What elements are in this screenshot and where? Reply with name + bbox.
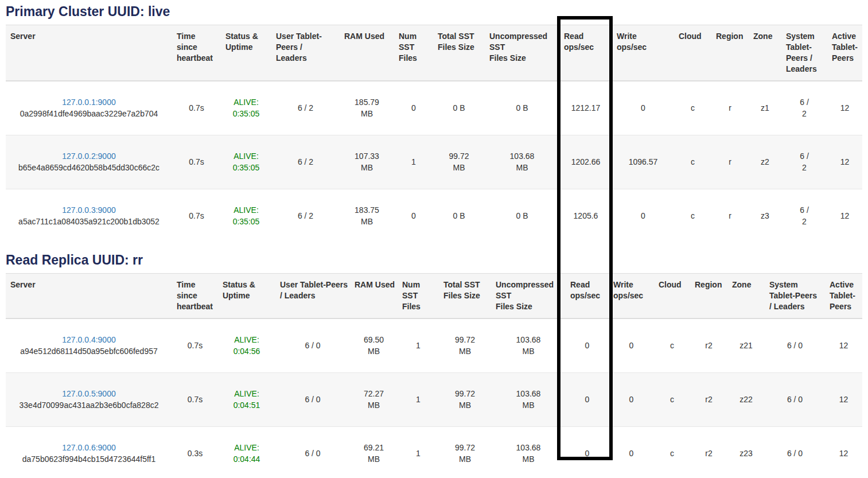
col-header-num-sst-files: NumSSTFiles: [398, 274, 439, 319]
col-header-total-sst-size: Total SSTFiles Size: [439, 274, 491, 319]
cell-status-uptime: ALIVE: 0:04:44: [218, 426, 275, 478]
server-link[interactable]: 127.0.0.1:9000: [62, 96, 115, 108]
cell-active-tablet-peers: 12: [825, 318, 862, 372]
server-uuid: da75b0623f994b4cb15d4723644f5ff1: [10, 453, 168, 465]
cell-status-uptime: ALIVE: 0:04:51: [218, 372, 275, 426]
cell-heartbeat: 0.7s: [172, 81, 221, 135]
table-row: 127.0.0.4:9000 a94e512d68114d50a95ebfc60…: [6, 318, 862, 372]
cell-server: 127.0.0.4:9000 a94e512d68114d50a95ebfc60…: [6, 318, 172, 372]
cell-zone: z23: [727, 426, 765, 478]
cell-read-ops: 0: [566, 372, 609, 426]
cell-region: r: [711, 189, 749, 243]
status-text: ALIVE:: [223, 442, 271, 453]
server-uuid: a94e512d68114d50a95ebfc606fed957: [10, 345, 168, 357]
cell-active-tablet-peers: 12: [827, 135, 862, 189]
cell-total-sst-size: 0 B: [433, 189, 485, 243]
status-text: ALIVE:: [225, 204, 267, 216]
status-text: ALIVE:: [223, 334, 271, 345]
col-header-cloud: Cloud: [674, 25, 711, 81]
cell-system-tablet-peers: 6 / 0: [765, 426, 825, 478]
server-link[interactable]: 127.0.0.3:9000: [62, 204, 115, 216]
cell-zone: z2: [749, 135, 781, 189]
col-header-status-uptime: Status &Uptime: [218, 274, 275, 319]
cell-heartbeat: 0.7s: [172, 372, 218, 426]
cell-server: 127.0.0.6:9000 da75b0623f994b4cb15d47236…: [6, 426, 172, 478]
cell-read-ops: 0: [566, 426, 609, 478]
col-header-server: Server: [6, 25, 172, 81]
server-uuid: 33e4d70099ac431aa2b3e6b0cfa828c2: [10, 399, 168, 411]
cell-system-tablet-peers: 6 / 0: [765, 318, 825, 372]
cell-ram-used: 69.21 MB: [350, 426, 398, 478]
cell-write-ops: 0: [609, 372, 654, 426]
cell-cloud: c: [654, 426, 690, 478]
status-text: ALIVE:: [223, 388, 271, 399]
server-uuid: a5ac711c1a084035a921c200b1db3052: [10, 216, 168, 227]
col-header-server: Server: [6, 274, 172, 319]
cell-zone: z21: [727, 318, 765, 372]
col-header-region: Region: [711, 25, 749, 81]
cell-active-tablet-peers: 12: [825, 426, 862, 478]
col-header-zone: Zone: [727, 274, 765, 319]
cell-status-uptime: ALIVE: 0:35:05: [221, 189, 271, 243]
col-header-write-ops: Writeops/sec: [612, 25, 674, 81]
cell-user-tablet-peers: 6 / 2: [271, 135, 340, 189]
primary-cluster-table: Server Timesinceheartbeat Status &Uptime…: [6, 25, 862, 243]
cell-uncompressed-sst-size: 103.68 MB: [485, 135, 559, 189]
cell-read-ops: 1202.66: [559, 135, 612, 189]
server-link[interactable]: 127.0.0.5:9000: [62, 388, 115, 399]
server-uuid: b65e4a8659cd4620b58b45dd30c66c2c: [10, 162, 168, 173]
cell-ram-used: 107.33 MB: [340, 135, 394, 189]
cell-cloud: c: [674, 81, 711, 135]
cell-system-tablet-peers: 6 / 2: [781, 135, 827, 189]
col-header-cloud: Cloud: [654, 274, 690, 319]
cell-zone: z1: [749, 81, 781, 135]
server-link[interactable]: 127.0.0.4:9000: [62, 334, 115, 345]
cell-status-uptime: ALIVE: 0:35:05: [221, 135, 271, 189]
cell-read-ops: 1212.17: [559, 81, 612, 135]
cell-read-ops: 1205.6: [559, 189, 612, 243]
cell-zone: z22: [727, 372, 765, 426]
uptime-text: 0:04:44: [223, 453, 271, 465]
col-header-read-ops: Readops/sec: [559, 25, 612, 81]
cell-ram-used: 183.75 MB: [340, 189, 394, 243]
cell-region: r: [711, 81, 749, 135]
col-header-system-tablet-peers: SystemTablet-Peers/ Leaders: [765, 274, 825, 319]
uptime-text: 0:04:51: [223, 399, 271, 411]
cell-active-tablet-peers: 12: [827, 189, 862, 243]
cell-uncompressed-sst-size: 103.68 MB: [491, 318, 566, 372]
cell-num-sst-files: 0: [394, 81, 433, 135]
cell-total-sst-size: 99.72 MB: [439, 318, 491, 372]
cell-user-tablet-peers: 6 / 0: [275, 372, 350, 426]
cell-num-sst-files: 0: [394, 189, 433, 243]
cell-server: 127.0.0.1:9000 0a2998f41dfe4969baac3229e…: [6, 81, 172, 135]
cell-server: 127.0.0.2:9000 b65e4a8659cd4620b58b45dd3…: [6, 135, 172, 189]
server-link[interactable]: 127.0.0.2:9000: [62, 150, 115, 162]
col-header-read-ops: Readops/sec: [566, 274, 609, 319]
cell-user-tablet-peers: 6 / 0: [275, 318, 350, 372]
cell-num-sst-files: 1: [398, 372, 439, 426]
col-header-active-tablet-peers: ActiveTablet-Peers: [827, 25, 862, 81]
col-header-num-sst-files: NumSSTFiles: [394, 25, 433, 81]
cell-region: r2: [690, 426, 727, 478]
primary-cluster-title: Primary Cluster UUID: live: [6, 3, 862, 20]
cell-uncompressed-sst-size: 103.68 MB: [491, 426, 566, 478]
table-row: 127.0.0.6:9000 da75b0623f994b4cb15d47236…: [6, 426, 862, 478]
cell-active-tablet-peers: 12: [825, 372, 862, 426]
cell-heartbeat: 0.3s: [172, 426, 218, 478]
cell-write-ops: 0: [609, 318, 654, 372]
cell-num-sst-files: 1: [398, 318, 439, 372]
cell-write-ops: 0: [609, 426, 654, 478]
cell-region: r2: [690, 372, 727, 426]
cell-system-tablet-peers: 6 / 0: [765, 372, 825, 426]
cell-region: r: [711, 135, 749, 189]
col-header-region: Region: [690, 274, 727, 319]
cell-user-tablet-peers: 6 / 2: [271, 189, 340, 243]
cell-num-sst-files: 1: [398, 426, 439, 478]
uptime-text: 0:35:05: [225, 216, 267, 227]
col-header-write-ops: Writeops/sec: [609, 274, 654, 319]
cell-cloud: c: [674, 135, 711, 189]
server-link[interactable]: 127.0.0.6:9000: [62, 442, 115, 453]
cell-user-tablet-peers: 6 / 0: [275, 426, 350, 478]
read-replica-table: Server Timesinceheartbeat Status &Uptime…: [6, 273, 862, 478]
cell-write-ops: 0: [612, 189, 674, 243]
